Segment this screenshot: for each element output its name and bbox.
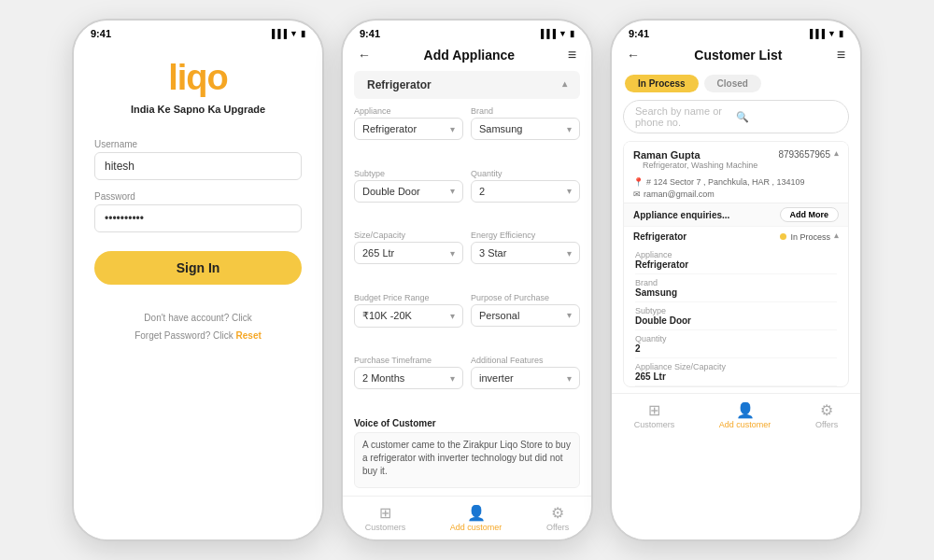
email-icon: ✉	[633, 189, 641, 199]
nav-add-customer-2[interactable]: 👤 Add customer	[450, 504, 502, 532]
phone-add-appliance: 9:41 ▐▐▐ ▼ ▮ ← Add Appliance ≡ Refrigera…	[341, 19, 593, 541]
field-label-appliance: Appliance	[354, 106, 463, 116]
field-energy: Energy Efficiency 3 Star ▾	[471, 231, 580, 286]
menu-icon-3[interactable]: ≡	[837, 47, 845, 63]
banner-label: Refrigerator	[367, 78, 432, 91]
select-appliance[interactable]: Refrigerator ▾	[354, 118, 463, 140]
battery-icon-3: ▮	[839, 29, 843, 38]
select-timeframe[interactable]: 2 Months ▾	[354, 367, 463, 389]
forgot-password-text: Forget Password? Click Reset	[94, 330, 302, 341]
detail-appliance: Appliance Refrigerator	[635, 246, 837, 274]
nav-offers-3[interactable]: ⚙ Offers	[815, 401, 838, 429]
phone-notch-3	[699, 21, 773, 41]
username-input[interactable]	[94, 152, 302, 180]
field-purpose: Purpose of Purchase Personal ▾	[471, 293, 580, 349]
back-button-3[interactable]: ←	[627, 48, 640, 63]
menu-icon-2[interactable]: ≡	[568, 47, 576, 63]
voice-textarea[interactable]: A customer came to the Zirakpur Liqo Sto…	[354, 432, 580, 488]
signal-icon: ▐▐▐	[269, 29, 287, 38]
wifi-icon-2: ▼	[559, 29, 567, 38]
select-subtype[interactable]: Double Door ▾	[354, 180, 463, 203]
add-customer-icon-2: 👤	[467, 504, 486, 522]
chevron-quantity: ▾	[567, 186, 572, 196]
field-label-quantity: Quantity	[471, 169, 580, 178]
reset-link[interactable]: Reset	[236, 330, 262, 341]
chevron-energy: ▾	[567, 248, 572, 259]
tab-closed[interactable]: Closed	[704, 75, 761, 92]
select-brand[interactable]: Samsung ▾	[471, 118, 580, 140]
nav-label-customers-3: Customers	[634, 420, 675, 429]
chevron-size: ▾	[450, 248, 455, 259]
nav-offers-2[interactable]: ⚙ Offers	[546, 504, 569, 532]
enquiry-row: Appliance enquiries... Add More	[624, 203, 848, 226]
status-badge: In Process ▾	[780, 231, 839, 242]
phone-screen-2: 9:41 ▐▐▐ ▼ ▮ ← Add Appliance ≡ Refrigera…	[343, 21, 591, 539]
customer-phone: 8793657965	[778, 149, 830, 160]
section-banner: Refrigerator ▾	[354, 71, 580, 99]
nav-customers-3[interactable]: ⊞ Customers	[634, 401, 675, 429]
nav-label-add-customer-2: Add customer	[450, 523, 502, 532]
signin-button[interactable]: Sign In	[94, 251, 302, 285]
chevron-brand: ▾	[567, 124, 572, 134]
status-dot-icon	[780, 233, 786, 240]
select-quantity[interactable]: 2 ▾	[471, 180, 580, 203]
page-title-3: Customer List	[694, 48, 782, 63]
nav-label-offers-2: Offers	[546, 523, 569, 532]
status-time-3: 9:41	[629, 28, 649, 39]
add-more-button[interactable]: Add More	[780, 207, 840, 222]
phone-notch-1	[161, 21, 235, 41]
field-features: Additional Features inverter ▾	[471, 356, 580, 411]
field-label-energy: Energy Efficiency	[471, 231, 580, 240]
detail-quantity: Quantity 2	[635, 330, 837, 358]
detail-size: Appliance Size/Capacity 265 Ltr	[635, 358, 837, 386]
field-subtype: Subtype Double Door ▾	[354, 169, 463, 224]
customer-expand-icon[interactable]: ▾	[834, 149, 839, 160]
app-header-3: ← Customer List ≡	[612, 41, 860, 71]
password-input[interactable]	[94, 204, 302, 232]
select-budget[interactable]: ₹10K -20K ▾	[354, 304, 463, 328]
back-button-2[interactable]: ←	[358, 48, 371, 63]
customers-icon-2: ⊞	[379, 504, 391, 522]
password-label: Password	[94, 191, 302, 202]
status-icons-3: ▐▐▐ ▼ ▮	[807, 29, 843, 38]
select-features[interactable]: inverter ▾	[471, 367, 580, 389]
field-label-brand: Brand	[471, 106, 580, 116]
customer-card: Raman Gupta Refrigerator, Washing Machin…	[623, 141, 849, 387]
chevron-budget: ▾	[450, 311, 455, 321]
phone-notch-2	[430, 21, 504, 41]
username-label: Username	[94, 139, 302, 149]
select-purpose[interactable]: Personal ▾	[471, 304, 580, 327]
chevron-timeframe: ▾	[450, 373, 455, 384]
chevron-subtype: ▾	[450, 186, 455, 196]
phone-screen-1: 9:41 ▐▐▐ ▼ ▮ liqo India Ke Sapno Ka Upgr…	[74, 21, 322, 539]
field-size: Size/Capacity 265 Ltr ▾	[354, 231, 463, 286]
select-energy[interactable]: 3 Star ▾	[471, 242, 580, 264]
voice-section: Voice of Customer A customer came to the…	[343, 411, 591, 496]
nav-label-add-customer-3: Add customer	[719, 420, 771, 429]
select-size[interactable]: 265 Ltr ▾	[354, 242, 463, 264]
field-label-subtype: Subtype	[354, 169, 463, 178]
field-appliance: Appliance Refrigerator ▾	[354, 106, 463, 161]
detail-brand: Brand Samsung	[635, 274, 837, 302]
field-label-features: Additional Features	[471, 356, 580, 365]
nav-customers-2[interactable]: ⊞ Customers	[365, 504, 406, 532]
field-timeframe: Purchase Timeframe 2 Months ▾	[354, 356, 463, 411]
appliance-expand-icon[interactable]: ▾	[834, 231, 839, 242]
signal-icon-3: ▐▐▐	[807, 29, 825, 38]
chevron-purpose: ▾	[567, 310, 572, 320]
customer-email: ✉ raman@gmail.com	[624, 189, 848, 203]
add-appliance-form: Appliance Refrigerator ▾ Brand Samsung ▾	[343, 106, 591, 411]
battery-icon: ▮	[301, 29, 305, 38]
status-time-1: 9:41	[91, 28, 111, 39]
search-bar[interactable]: Search by name or phone no. 🔍	[623, 100, 849, 133]
nav-add-customer-3[interactable]: 👤 Add customer	[719, 401, 771, 429]
detail-subtype: Subtype Double Door	[635, 302, 837, 330]
tab-in-process[interactable]: In Process	[625, 75, 699, 92]
page-title-2: Add Appliance	[424, 48, 516, 63]
search-icon: 🔍	[736, 111, 837, 123]
field-quantity: Quantity 2 ▾	[471, 169, 580, 224]
tagline: India Ke Sapno Ka Upgrade	[131, 104, 265, 115]
field-label-size: Size/Capacity	[354, 231, 463, 240]
detail-section: Appliance Refrigerator Brand Samsung Sub…	[624, 246, 848, 386]
add-customer-icon-3: 👤	[736, 401, 755, 419]
